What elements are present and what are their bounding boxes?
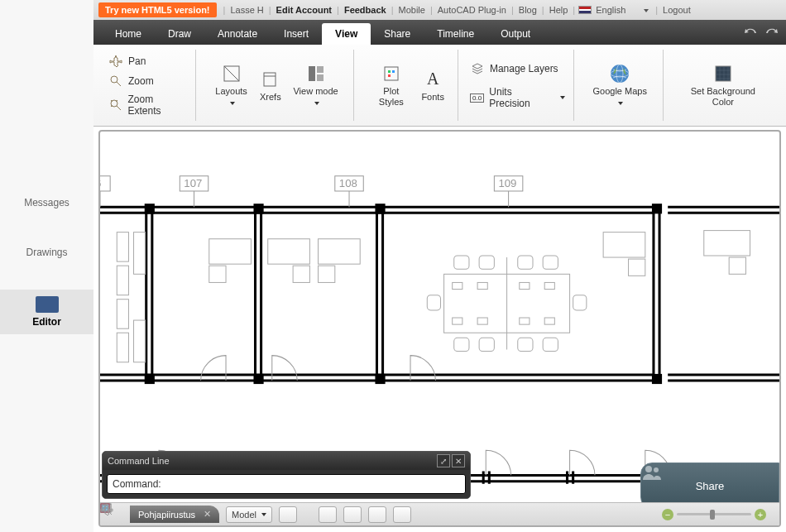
redo-icon[interactable] xyxy=(764,26,778,40)
bg-group: Set Background Color xyxy=(667,50,779,121)
svg-rect-47 xyxy=(319,266,335,282)
tab-share[interactable]: Share xyxy=(371,23,424,45)
help-link[interactable]: Help xyxy=(548,5,570,15)
html5-promo-button[interactable]: Try new HTML5 version! xyxy=(98,2,217,17)
svg-rect-9 xyxy=(392,70,395,73)
undo-icon[interactable] xyxy=(745,26,758,40)
svg-rect-60 xyxy=(453,282,462,289)
plugin-link[interactable]: AutoCAD Plug-in xyxy=(436,5,508,15)
xrefs-icon xyxy=(260,69,281,90)
topbar: Try new HTML5 version! | Lasse H | Edit … xyxy=(93,0,786,20)
sidebar-item-messages[interactable]: Messages xyxy=(0,190,93,215)
units-icon: 0.0 xyxy=(470,90,484,105)
zoom-slider[interactable]: − + xyxy=(662,509,766,520)
drawing-canvas[interactable]: 6 107 108 109 xyxy=(98,130,781,527)
svg-rect-20 xyxy=(375,204,385,213)
logout-link[interactable]: Logout xyxy=(661,5,693,15)
svg-rect-65 xyxy=(477,318,487,324)
snap-button[interactable] xyxy=(319,506,337,523)
svg-rect-46 xyxy=(319,239,361,264)
plot-styles-button[interactable]: Plot Styles xyxy=(366,60,416,110)
maps-group: Google Maps xyxy=(578,50,664,121)
command-line-title-bar[interactable]: Command Line ⤢ ✕ xyxy=(103,452,470,470)
svg-text:107: 107 xyxy=(184,177,202,189)
model-button[interactable]: Model xyxy=(226,506,272,523)
tab-output[interactable]: Output xyxy=(487,23,544,45)
tab-timeline[interactable]: Timeline xyxy=(424,23,487,45)
svg-rect-17 xyxy=(145,374,155,384)
left-sidebar: Messages Drawings Editor xyxy=(0,0,93,532)
zoom-out-bottom-button[interactable] xyxy=(461,506,479,523)
view-mode-icon xyxy=(305,63,327,84)
user-link[interactable]: Lasse H xyxy=(228,5,265,15)
layout-group: Layouts Xrefs View mode xyxy=(199,50,354,121)
bg-color-icon xyxy=(712,63,734,84)
manage-layers-button[interactable]: Manage Layers xyxy=(470,60,565,77)
ortho-button[interactable] xyxy=(368,506,386,523)
svg-rect-41 xyxy=(134,320,146,362)
layers-icon xyxy=(470,61,485,76)
drawing-tab[interactable]: Pohjapiirustus ✕ xyxy=(130,506,219,523)
google-maps-button[interactable]: Google Maps xyxy=(586,60,654,110)
svg-point-0 xyxy=(111,76,117,83)
svg-rect-56 xyxy=(518,338,533,351)
layout1-button[interactable] xyxy=(279,506,297,523)
svg-rect-57 xyxy=(543,338,558,351)
svg-rect-6 xyxy=(317,74,324,81)
svg-text:108: 108 xyxy=(339,177,357,189)
svg-rect-8 xyxy=(388,70,391,73)
pan-button[interactable]: Pan xyxy=(108,53,187,69)
tab-annotate[interactable]: Annotate xyxy=(204,23,271,45)
language-select[interactable]: English xyxy=(594,5,652,15)
sidebar-item-drawings[interactable]: Drawings xyxy=(0,240,93,265)
globe-icon xyxy=(609,63,630,84)
zoom-minus-icon[interactable]: − xyxy=(662,509,673,520)
close-tab-icon[interactable]: ✕ xyxy=(204,509,211,520)
svg-rect-36 xyxy=(117,232,128,261)
osnap-button[interactable] xyxy=(393,506,411,523)
svg-rect-4 xyxy=(309,66,315,81)
sidebar-item-editor[interactable]: Editor xyxy=(0,290,93,334)
svg-rect-7 xyxy=(385,67,398,80)
svg-rect-16 xyxy=(145,204,155,213)
svg-text:6: 6 xyxy=(100,177,101,189)
svg-rect-66 xyxy=(520,318,530,324)
view-mode-button[interactable]: View mode xyxy=(286,60,346,110)
command-line-window[interactable]: Command Line ⤢ ✕ Command: xyxy=(102,451,471,499)
svg-rect-67 xyxy=(544,318,554,324)
people-icon xyxy=(641,463,663,482)
zoom-plus-icon[interactable]: + xyxy=(755,509,766,520)
expand-button[interactable]: ⤢ xyxy=(437,454,450,467)
svg-rect-24 xyxy=(100,176,110,191)
grid-button[interactable] xyxy=(343,506,362,523)
feedback-link[interactable]: Feedback xyxy=(343,5,388,15)
tab-insert[interactable]: Insert xyxy=(271,23,322,45)
blog-link[interactable]: Blog xyxy=(517,5,539,15)
set-bg-color-button[interactable]: Set Background Color xyxy=(675,60,771,110)
svg-rect-68 xyxy=(603,232,645,257)
svg-rect-40 xyxy=(134,232,146,275)
close-button[interactable]: ✕ xyxy=(452,454,465,467)
pan-bottom-button[interactable] xyxy=(436,506,454,523)
command-input[interactable] xyxy=(166,478,460,490)
zoom-button[interactable]: Zoom xyxy=(108,73,187,89)
mobile-link[interactable]: Mobile xyxy=(397,5,427,15)
layouts-button[interactable]: Layouts xyxy=(208,60,255,110)
svg-rect-51 xyxy=(479,256,494,269)
svg-rect-55 xyxy=(479,338,494,351)
tab-draw[interactable]: Draw xyxy=(155,23,204,45)
edit-account-link[interactable]: Edit Account xyxy=(275,5,333,15)
tab-home[interactable]: Home xyxy=(102,23,155,45)
svg-point-72 xyxy=(645,466,652,472)
svg-rect-50 xyxy=(454,256,469,269)
units-precision-button[interactable]: 0.0 Units Precision xyxy=(470,85,565,110)
svg-rect-45 xyxy=(293,266,309,282)
zoom-extents-button[interactable]: Zoom Extents xyxy=(108,93,187,117)
fonts-button[interactable]: A Fonts xyxy=(416,65,449,106)
svg-rect-22 xyxy=(652,204,662,213)
xrefs-button[interactable]: Xrefs xyxy=(255,65,286,106)
zoom-in-bottom-button[interactable] xyxy=(486,506,504,523)
history-buttons xyxy=(745,26,778,45)
svg-rect-42 xyxy=(209,239,252,264)
tab-view[interactable]: View xyxy=(322,23,371,45)
